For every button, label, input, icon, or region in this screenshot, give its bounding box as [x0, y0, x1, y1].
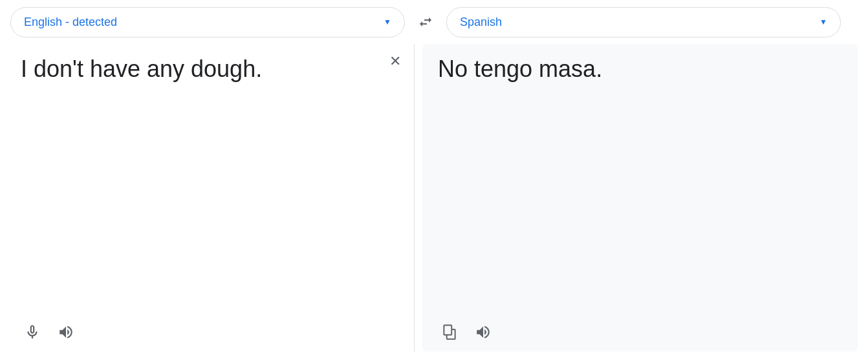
translated-text: No tengo masa.: [438, 54, 847, 313]
clear-button[interactable]: ✕: [389, 54, 401, 68]
swap-icon: [418, 14, 433, 30]
source-text[interactable]: I don't have any dough.: [21, 54, 401, 313]
source-lang-chevron-icon: ▼: [384, 17, 391, 26]
tts-source-button[interactable]: [54, 321, 78, 344]
copy-icon: [441, 324, 458, 341]
main-area: I don't have any dough. ✕ No tengo masa.: [0, 44, 868, 358]
copy-button[interactable]: [438, 321, 461, 344]
top-bar: English - detected ▼ Spanish ▼: [0, 0, 868, 44]
panel-divider: [414, 44, 415, 352]
target-lang-chevron-icon: ▼: [819, 17, 827, 26]
svg-rect-1: [444, 325, 451, 335]
speaker-target-icon: [475, 324, 492, 341]
source-lang-selector[interactable]: English - detected ▼: [10, 7, 405, 37]
output-actions: [438, 313, 847, 344]
swap-languages-button[interactable]: [410, 6, 441, 37]
input-panel: I don't have any dough. ✕: [10, 44, 411, 352]
mic-button[interactable]: [21, 321, 44, 344]
target-lang-label: Spanish: [460, 16, 502, 29]
input-actions: [21, 313, 401, 344]
speaker-source-icon: [58, 324, 74, 341]
mic-icon: [24, 324, 41, 341]
tts-target-button[interactable]: [472, 321, 495, 344]
target-lang-selector[interactable]: Spanish ▼: [446, 7, 841, 37]
source-lang-label: English - detected: [24, 16, 117, 29]
output-panel: No tengo masa.: [422, 44, 858, 352]
